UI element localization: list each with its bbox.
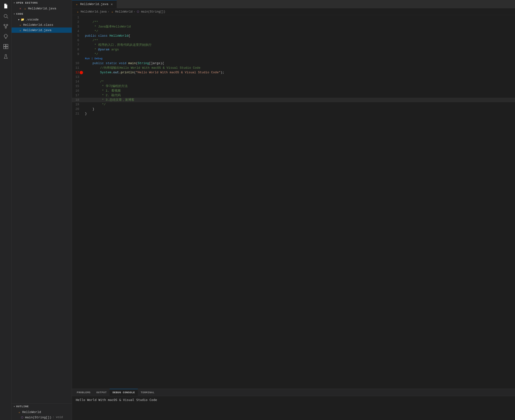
panel-tabs: PROBLEMS OUTPUT DEBUG CONSOLE TERMINAL — [72, 389, 515, 396]
extensions-activity-icon[interactable] — [2, 42, 10, 51]
debug-console-tab[interactable]: DEBUG CONSOLE — [110, 389, 138, 396]
line-content-15: * 学习编程的方法 — [84, 84, 515, 89]
line-num-19: 19 — [72, 102, 84, 107]
breadcrumb: ☕ HelloWorld.java › ☕ HelloWorld › ⬡ mai… — [72, 8, 515, 15]
line-num-4: 4 — [72, 29, 84, 34]
terminal-tab-label: TERMINAL — [141, 391, 154, 394]
tab-filename: HelloWorld.java — [80, 2, 108, 6]
svg-line-3 — [7, 17, 8, 18]
line-num-8: 8 — [72, 47, 84, 52]
code-line-16: 16 * 1. 看视频 — [72, 89, 515, 93]
code-section-header[interactable]: ▾ CODE — [12, 11, 72, 17]
line-content-11: //向终端输出Hello World With macOS & Visual S… — [84, 66, 515, 70]
code-line-6: 6 /** — [72, 38, 515, 43]
open-editors-chevron: ▾ — [14, 1, 15, 4]
open-editor-helloworld[interactable]: ✕ ☕ HelloWorld.java — [12, 6, 72, 11]
line-num-15: 15 — [72, 84, 84, 89]
line-content-16: * 1. 看视频 — [84, 89, 515, 93]
line-content-14: /* — [84, 79, 515, 84]
run-debug-text[interactable]: Run | Debug — [84, 56, 515, 61]
breadcrumb-class[interactable]: HelloWorld — [115, 10, 132, 14]
svg-point-6 — [5, 27, 7, 29]
line-content-4: */ — [84, 29, 515, 34]
vscode-folder-chevron: ▶ — [18, 18, 20, 21]
tab-close-icon[interactable]: ✕ — [110, 2, 114, 6]
helloworld-java-item[interactable]: ☕ HelloWorld.java — [12, 28, 72, 33]
line-content-12: System.out.println("Hello World With mac… — [84, 70, 515, 75]
java-file-icon-2: ☕ — [18, 28, 22, 32]
run-debug-line: Run | Debug — [72, 56, 515, 61]
svg-line-8 — [6, 26, 7, 27]
debug-console-output: Hello World With macOS & Visual Studio C… — [72, 396, 515, 420]
outline-main-method[interactable]: ⬡ main(String[]) : void — [12, 415, 72, 420]
helloworld-java-name: HelloWorld.java — [23, 29, 51, 32]
code-line-20: 20 } — [72, 107, 515, 111]
line-content-5: public class HelloWorld{ — [84, 34, 515, 38]
code-line-15: 15 * 学习编程的方法 — [72, 84, 515, 89]
open-editors-header[interactable]: ▾ OPEN EDITORS — [12, 0, 72, 6]
line-content-10: public static void main(String[]args){ — [84, 61, 515, 66]
line-num-21: 21 — [72, 111, 84, 116]
code-line-21: 21 } — [72, 111, 515, 116]
helloworld-class-item[interactable]: ☕ HelloWorld.class — [12, 22, 72, 28]
line-content-21: } — [84, 111, 515, 116]
svg-point-4 — [4, 24, 5, 26]
flask-activity-icon[interactable] — [2, 52, 10, 61]
helloworld-tab[interactable]: ☕ HelloWorld.java ✕ — [72, 0, 117, 8]
outline-method-icon: ⬡ — [20, 415, 24, 419]
search-activity-icon[interactable] — [2, 12, 10, 20]
debug-output-text: Hello World With macOS & Visual Studio C… — [76, 398, 157, 402]
line-num-2: 2 — [72, 20, 84, 24]
terminal-tab[interactable]: TERMINAL — [138, 389, 157, 396]
code-line-4: 4 */ — [72, 29, 515, 34]
source-control-activity-icon[interactable] — [2, 22, 10, 30]
line-num-20: 20 — [72, 107, 84, 111]
close-icon[interactable]: ✕ — [18, 7, 22, 10]
bottom-panel: PROBLEMS OUTPUT DEBUG CONSOLE TERMINAL H… — [72, 389, 515, 420]
activity-bar — [0, 0, 12, 420]
outline-header[interactable]: ▾ OUTLINE — [12, 404, 72, 409]
breadcrumb-method-icon: ⬡ — [136, 10, 140, 14]
open-editor-filename: HelloWorld.java — [28, 7, 56, 10]
line-num-18: 18 — [72, 98, 84, 102]
helloworld-class-name: HelloWorld.class — [23, 23, 53, 27]
open-editors-section: ▾ OPEN EDITORS ✕ ☕ HelloWorld.java — [12, 0, 72, 11]
main-editor-area: ☕ HelloWorld.java ✕ ☕ HelloWorld.java › … — [72, 0, 515, 420]
breadcrumb-class-icon: ☕ — [110, 10, 114, 14]
outline-section: ▾ OUTLINE ☕ HelloWorld ⬡ main(String[]) … — [12, 403, 72, 420]
code-line-11: 11 //向终端输出Hello World With macOS & Visua… — [72, 66, 515, 70]
outline-class-icon: ☕ — [17, 410, 21, 414]
tab-bar: ☕ HelloWorld.java ✕ — [72, 0, 515, 8]
vscode-folder-item[interactable]: ▶ 📁 .vscode — [12, 17, 72, 22]
line-content-7: * 程序的入口，所有代码从这里开始执行 — [84, 43, 515, 47]
class-file-icon: ☕ — [18, 23, 22, 27]
problems-tab[interactable]: PROBLEMS — [74, 389, 93, 396]
editor-container: 1 2 /** 3 * Java版本HelloWorld 4 */ 5 — [72, 15, 515, 420]
line-content-19: */ — [84, 102, 515, 107]
outline-label: OUTLINE — [16, 405, 29, 408]
code-line-7: 7 * 程序的入口，所有代码从这里开始执行 — [72, 43, 515, 47]
open-editors-label: OPEN EDITORS — [16, 1, 38, 4]
breakpoint-indicator — [80, 71, 83, 74]
svg-rect-1 — [5, 7, 7, 7]
java-file-icon: ☕ — [23, 7, 27, 10]
breadcrumb-file[interactable]: HelloWorld.java — [81, 10, 107, 14]
line-num-14: 14 — [72, 79, 84, 84]
svg-rect-13 — [3, 44, 5, 46]
code-line-8: 8 * @param args — [72, 47, 515, 52]
debug-activity-icon[interactable] — [2, 32, 10, 40]
breadcrumb-method[interactable]: main(String[]) — [141, 10, 165, 14]
output-tab[interactable]: OUTPUT — [93, 389, 110, 396]
line-num-17: 17 — [72, 93, 84, 98]
svg-line-7 — [4, 26, 6, 27]
code-chevron: ▾ — [14, 13, 15, 15]
code-editor[interactable]: 1 2 /** 3 * Java版本HelloWorld 4 */ 5 — [72, 15, 515, 389]
folder-icon: 📁 — [21, 18, 24, 22]
outline-helloworld-class[interactable]: ☕ HelloWorld — [12, 409, 72, 415]
line-content-2: /** — [84, 20, 515, 24]
line-content-9: */ — [84, 52, 515, 56]
line-num-3: 3 — [72, 24, 84, 29]
outline-class-name: HelloWorld — [22, 410, 41, 414]
code-line-2: 2 /** — [72, 20, 515, 24]
explorer-activity-icon[interactable] — [2, 2, 10, 10]
